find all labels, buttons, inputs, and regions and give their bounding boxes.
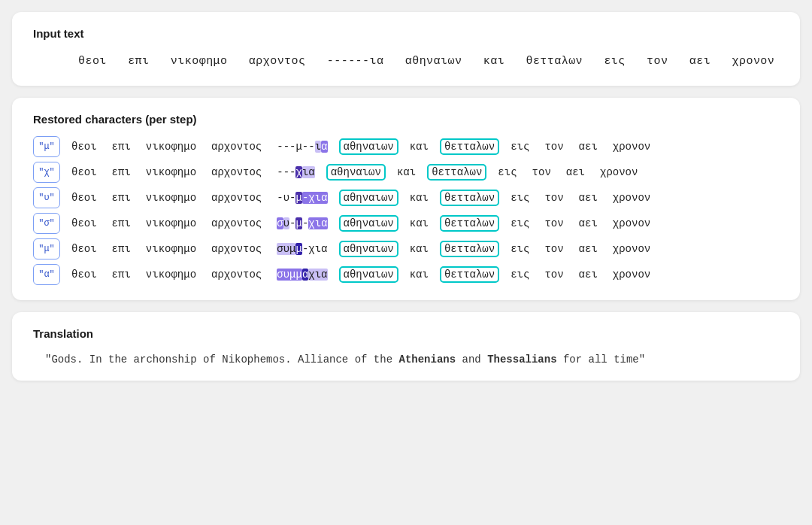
char-badge-5: "μ" (33, 238, 60, 259)
word: αρχοντος (208, 190, 265, 205)
word: χρονον (596, 165, 641, 180)
word: συμμ-χια (273, 241, 331, 256)
row-text-5: θεοι επι νικοφημο αρχοντος συμμ-χια αθην… (68, 241, 779, 257)
restored-row-2: "χ" θεοι επι νικοφημο αρχοντος ---χια αθ… (33, 162, 779, 183)
word: νικοφημο (142, 139, 200, 154)
word: αρχοντος (208, 267, 265, 282)
word-thessalians-4: θετταλων (440, 215, 499, 232)
word: επι (108, 165, 135, 180)
word: και (406, 190, 432, 205)
word: τον (541, 241, 567, 256)
word: θεοι (68, 190, 101, 205)
restored-row-6: "α" θεοι επι νικοφημο αρχοντος συμμαχια … (33, 264, 779, 285)
word: τον (529, 165, 555, 180)
input-text-title: Input text (33, 27, 779, 40)
word-athenians-3: αθηναιων (339, 190, 398, 206)
word: θεοι (68, 241, 101, 256)
word: νικοφημο (142, 216, 200, 231)
restored-row-3: "υ" θεοι επι νικοφημο αρχοντος -υ-μ-χια … (33, 187, 779, 208)
word-athenians-2: αθηναιων (326, 164, 386, 181)
translation-bold-athenians: Athenians (398, 354, 456, 366)
word: χρονον (609, 216, 654, 231)
row-text-4: θεοι επι νικοφημο αρχοντος συ-μ-χια αθην… (68, 215, 779, 232)
word: και (406, 241, 432, 256)
char-badge-2: "χ" (33, 162, 60, 183)
word: νικοφημο (142, 165, 200, 180)
word: θεοι (68, 165, 101, 180)
translation-text-before: "Gods. In the archonship of Nikophemos. … (45, 354, 398, 366)
translation-text-mid: and (456, 354, 487, 366)
word: ---χια (273, 165, 318, 180)
word: αει (575, 190, 601, 205)
word: αει (575, 216, 601, 231)
row-text-3: θεοι επι νικοφημο αρχοντος -υ-μ-χια αθην… (68, 190, 779, 206)
word: συ-μ-χια (273, 216, 331, 231)
char-badge-6: "α" (33, 264, 60, 285)
word: χρονον (609, 139, 654, 154)
restored-rows-container: "μ" θεοι επι νικοφημο αρχοντος ---μ--ια … (33, 136, 779, 285)
word: επι (108, 241, 135, 256)
word: αει (575, 241, 601, 256)
translation-title: Translation (33, 327, 779, 340)
word: χρονον (609, 190, 654, 205)
word: επι (108, 216, 135, 231)
word-thessalians-2: θετταλων (427, 164, 486, 181)
word: θεοι (68, 139, 101, 154)
word: εις (507, 267, 533, 282)
word: επι (108, 190, 135, 205)
word: αει (562, 165, 589, 180)
row-text-1: θεοι επι νικοφημο αρχοντος ---μ--ια αθην… (68, 138, 779, 155)
row-text-2: θεοι επι νικοφημο αρχοντος ---χια αθηναι… (68, 164, 779, 181)
word: τον (541, 267, 567, 282)
restored-characters-title: Restored characters (per step) (33, 113, 779, 126)
translation-bold-thessalians: Thessalians (487, 354, 556, 366)
word: θεοι (68, 267, 101, 282)
word: και (406, 267, 432, 282)
word: εις (507, 216, 533, 231)
word: και (393, 165, 420, 180)
restored-row-4: "σ" θεοι επι νικοφημο αρχοντος συ-μ-χια … (33, 213, 779, 234)
word: τον (541, 216, 567, 231)
word: και (406, 216, 432, 231)
word: ---μ--ια (273, 139, 331, 154)
word-thessalians-1: θετταλων (440, 138, 499, 155)
word: εις (507, 139, 533, 154)
word: αρχοντος (208, 216, 265, 231)
word: αει (575, 139, 601, 154)
input-text-card: Input text θεοι επι νικοφημο αρχοντος --… (12, 12, 800, 86)
word: τον (541, 139, 567, 154)
word: αρχοντος (208, 139, 265, 154)
word: -υ-μ-χια (273, 190, 331, 205)
word: και (406, 139, 432, 154)
word-thessalians-6: θετταλων (440, 266, 499, 283)
word: νικοφημο (142, 241, 200, 256)
word: επι (108, 267, 135, 282)
char-badge-1: "μ" (33, 136, 60, 157)
word: αρχοντος (208, 165, 265, 180)
word: χρονον (609, 267, 654, 282)
word-thessalians-5: θετταλων (440, 241, 499, 257)
word: αει (575, 267, 601, 282)
restored-row-1: "μ" θεοι επι νικοφημο αρχοντος ---μ--ια … (33, 136, 779, 157)
translation-text-after: for all time" (557, 354, 646, 366)
char-badge-3: "υ" (33, 187, 60, 208)
word-athenians-5: αθηναιων (339, 241, 398, 257)
word: επι (108, 139, 135, 154)
word: εις (494, 165, 520, 180)
word-athenians-6: αθηναιων (339, 266, 398, 283)
input-text-content: θεοι επι νικοφημο αρχοντος ------ια αθην… (33, 50, 779, 71)
word: συμμαχια (273, 267, 331, 282)
word: θεοι (68, 216, 101, 231)
restored-row-5: "μ" θεοι επι νικοφημο αρχοντος συμμ-χια … (33, 238, 779, 259)
word-athenians-4: αθηναιων (339, 215, 398, 232)
word-thessalians-3: θετταλων (440, 190, 499, 206)
word: νικοφημο (142, 190, 200, 205)
word: εις (507, 241, 533, 256)
word: αρχοντος (208, 241, 265, 256)
word-athenians-1: αθηναιων (339, 138, 398, 155)
translation-card: Translation "Gods. In the archonship of … (12, 312, 800, 381)
restored-characters-card: Restored characters (per step) "μ" θεοι … (12, 98, 800, 300)
char-badge-4: "σ" (33, 213, 60, 234)
word: νικοφημο (142, 267, 200, 282)
translation-text: "Gods. In the archonship of Nikophemos. … (33, 351, 779, 366)
